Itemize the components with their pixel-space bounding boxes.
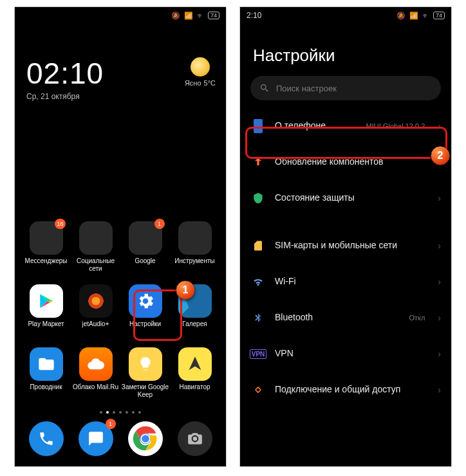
folder-tools[interactable]: Инструменты [170, 221, 219, 273]
settings-item-security-status[interactable]: Состояние защиты › [240, 180, 451, 216]
dock: 1 [15, 421, 226, 459]
app-play-market[interactable]: Play Маркет [21, 284, 71, 336]
app-label: Play Маркет [28, 320, 64, 336]
app-label: Настройки [129, 320, 161, 336]
search-placeholder: Поиск настроек [276, 84, 337, 93]
update-icon [250, 154, 266, 170]
settings-item-vpn[interactable]: VPN VPN › [240, 336, 451, 372]
folder-icon [178, 221, 212, 255]
camera-app[interactable] [178, 421, 212, 456]
signal-icon: 📶 [409, 12, 418, 20]
app-jetaudio[interactable]: jetAudio+ [71, 284, 120, 336]
vpn-icon: VPN [250, 346, 266, 362]
item-label: Состояние защиты [275, 192, 429, 204]
folder-icon [79, 221, 113, 255]
chevron-right-icon: › [438, 385, 441, 395]
home-screen-frame: 🔕 📶 ᯤ 74 02:10 Ср, 21 октября Ясно 5°C 1… [14, 6, 227, 467]
chevron-right-icon: › [438, 121, 441, 131]
battery-indicator: 74 [208, 12, 219, 19]
app-label: Проводник [30, 383, 62, 399]
item-label: Bluetooth [275, 312, 400, 324]
settings-screen-frame: 2:10 🔕 📶 ᯤ 74 Настройки Поиск настроек О… [239, 6, 452, 467]
app-file-manager[interactable]: Проводник [21, 347, 71, 399]
app-label: Облако Mail.Ru [73, 383, 118, 399]
page-title: Настройки [240, 24, 451, 76]
shield-icon [250, 190, 266, 206]
weather-widget[interactable]: Ясно 5°C [185, 57, 216, 87]
annotation-marker-1: 1 [176, 280, 195, 300]
chevron-right-icon: › [438, 313, 441, 323]
folder-icon: 1 [129, 221, 162, 255]
status-time: 2:10 [247, 11, 261, 20]
folder-messengers[interactable]: 16 Мессенджеры [21, 221, 71, 273]
settings-item-connection-sharing[interactable]: Подключение и общий доступ › [240, 372, 451, 408]
app-google-keep[interactable]: Заметки Google Keep [120, 347, 170, 399]
wifi-icon [250, 274, 266, 289]
app-label: Навигатор [179, 383, 210, 399]
app-label: Социальные сети [71, 257, 120, 273]
phone-info-icon [250, 118, 266, 134]
navigation-arrow-icon [178, 347, 212, 381]
badge: 16 [55, 219, 65, 229]
play-store-icon [30, 284, 63, 318]
chrome-app[interactable] [128, 421, 163, 456]
settings-item-component-update[interactable]: Обновление компонентов › [240, 144, 451, 180]
annotation-marker-2: 2 [431, 146, 450, 165]
weather-condition: Ясно [185, 79, 201, 87]
item-sublabel: Откл [409, 314, 425, 322]
settings-item-about-phone[interactable]: О телефоне MIUI Global 12.0.2 › [240, 108, 451, 144]
folder-google[interactable]: 1 Google [120, 221, 170, 273]
chevron-right-icon: › [438, 277, 441, 287]
status-bar: 2:10 🔕 📶 ᯤ 74 [240, 7, 451, 24]
app-label: Заметки Google Keep [120, 383, 170, 399]
status-bar: 🔕 📶 ᯤ 74 [15, 7, 226, 24]
chevron-right-icon: › [438, 193, 441, 203]
page-indicator [15, 411, 226, 414]
chevron-right-icon: › [438, 349, 441, 359]
settings-item-wifi[interactable]: Wi-Fi › [240, 264, 451, 300]
weather-temp: 5°C [204, 79, 216, 87]
chevron-right-icon: › [438, 241, 441, 251]
clock-date: Ср, 21 октября [26, 92, 214, 101]
item-label: VPN [275, 348, 429, 360]
lightbulb-icon [129, 347, 162, 381]
settings-search[interactable]: Поиск настроек [250, 76, 441, 100]
sim-icon [250, 238, 266, 253]
settings-item-bluetooth[interactable]: Bluetooth Откл › [240, 300, 451, 336]
search-icon [259, 83, 270, 93]
bluetooth-icon [250, 310, 266, 325]
item-label: Подключение и общий доступ [275, 384, 429, 396]
app-label: Google [135, 257, 155, 273]
folder-social[interactable]: Социальные сети [71, 221, 120, 273]
messages-app[interactable]: 1 [79, 421, 113, 456]
battery-indicator: 74 [433, 12, 445, 19]
settings-list: О телефоне MIUI Global 12.0.2 › Обновлен… [240, 108, 451, 408]
settings-item-sim[interactable]: SIM-карты и мобильные сети › [240, 228, 451, 264]
mute-icon: 🔕 [171, 12, 180, 20]
app-label: Инструменты [174, 257, 214, 273]
folder-file-icon [30, 347, 63, 381]
app-grid: 16 Мессенджеры Социальные сети 1 Google [15, 221, 226, 399]
phone-app[interactable] [29, 421, 64, 456]
app-mailru-cloud[interactable]: Облако Mail.Ru [71, 347, 120, 399]
cloud-icon [79, 347, 113, 381]
app-navigator[interactable]: Навигатор [170, 347, 219, 399]
app-label: jetAudio+ [82, 320, 109, 336]
item-label: SIM-карты и мобильные сети [275, 240, 429, 252]
badge: 1 [106, 419, 116, 429]
gear-icon [129, 284, 162, 318]
folder-icon: 16 [30, 221, 63, 255]
mute-icon: 🔕 [396, 12, 405, 20]
item-label: Обновление компонентов [275, 156, 429, 168]
item-label: О телефоне [275, 120, 357, 132]
share-icon [250, 382, 266, 398]
signal-icon: 📶 [184, 12, 193, 20]
app-label: Галерея [182, 320, 207, 336]
jetaudio-icon [79, 284, 113, 318]
item-sublabel: MIUI Global 12.0.2 [366, 122, 425, 130]
badge: 1 [154, 219, 165, 229]
wifi-icon: ᯤ [422, 12, 429, 19]
app-settings[interactable]: Настройки [120, 284, 170, 336]
item-label: Wi-Fi [275, 276, 377, 288]
wifi-icon: ᯤ [197, 12, 204, 19]
